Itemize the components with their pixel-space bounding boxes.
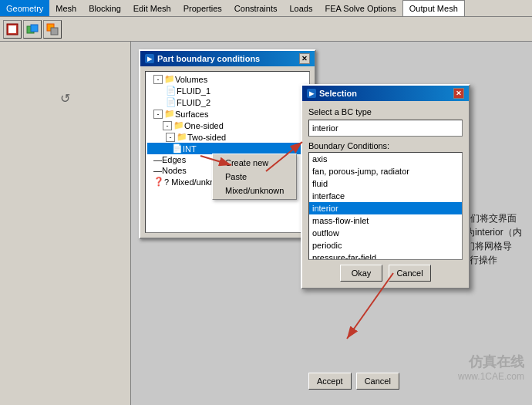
sel-item-interface[interactable]: interface (309, 190, 462, 202)
sel-prompt: Select a BC type (308, 107, 463, 116)
selection-dialog: ▶ Selection ✕ Select a BC type Boundary … (301, 84, 470, 289)
context-item-mixed[interactable]: Mixed/unknown (213, 184, 296, 197)
menu-constraints[interactable]: Constraints (228, 0, 284, 16)
folder-icon-onesided: 📁 (173, 120, 184, 130)
cancel-button-sel[interactable]: Cancel (389, 265, 431, 282)
file-icon-fluid1: 📄 (166, 86, 177, 96)
menu-loads[interactable]: Loads (283, 0, 318, 16)
toggle-onesided[interactable]: - (163, 121, 172, 130)
tree-node-surfaces[interactable]: - 📁 Surfaces (147, 108, 308, 120)
question-icon-mixed: ❓ (153, 177, 164, 187)
toolbar (0, 17, 532, 42)
tree-label-twosided: Two-sided (187, 133, 226, 142)
pbc-dialog-body: - 📁 Volumes 📄 FLUID_1 📄 FLUID_2 (140, 66, 315, 238)
svg-rect-3 (31, 25, 38, 32)
sel-buttons: Okay Cancel (308, 265, 463, 282)
menu-blocking[interactable]: Blocking (82, 0, 127, 16)
tree-node-onesided[interactable]: - 📁 One-sided (147, 120, 308, 131)
accept-button[interactable]: Accept (308, 373, 352, 390)
sel-item-pressure[interactable]: pressure-far-field (309, 251, 462, 260)
pbc-dialog: ▶ Part boundary conditions ✕ - 📁 Volumes (139, 49, 316, 239)
sel-dialog-title: Selection (319, 89, 357, 98)
sel-titlebar: ▶ Selection ✕ (302, 86, 469, 101)
cancel-button-main[interactable]: Cancel (356, 373, 399, 390)
sel-title-icon: ▶ (307, 89, 316, 98)
tree-label-fluid1: FLUID_1 (177, 86, 210, 96)
pbc-icon: ▶ (145, 54, 154, 63)
menu-geometry[interactable]: Geometry (0, 0, 49, 16)
folder-icon-surfaces: 📁 (164, 109, 175, 119)
tree-node-volumes[interactable]: - 📁 Volumes (147, 73, 308, 85)
toggle-surfaces[interactable]: - (153, 110, 163, 119)
bottom-buttons: Accept Cancel (308, 373, 399, 390)
toolbar-btn-2[interactable] (23, 20, 42, 39)
menu-mesh[interactable]: Mesh (49, 0, 82, 16)
svg-rect-1 (8, 25, 16, 33)
dash-icon-edges: — (153, 155, 162, 164)
pbc-dialog-title: Part boundary conditions (157, 54, 260, 63)
sel-item-axis[interactable]: axis (309, 153, 462, 165)
refresh-icon: ↺ (3, 91, 127, 106)
watermark-top: 仿真在线 (458, 353, 524, 371)
context-item-create[interactable]: Create new (213, 156, 296, 170)
tree-label-int: INT (183, 144, 197, 154)
svg-rect-5 (51, 28, 58, 35)
menu-properties[interactable]: Properties (177, 0, 228, 16)
toggle-volumes[interactable]: - (153, 75, 163, 84)
folder-icon-volumes: 📁 (164, 74, 175, 84)
sel-item-periodic[interactable]: periodic (309, 239, 462, 251)
sel-input[interactable] (308, 120, 463, 137)
pbc-tree[interactable]: - 📁 Volumes 📄 FLUID_1 📄 FLUID_2 (145, 71, 310, 233)
tree-label-fluid2: FLUID_2 (177, 98, 210, 107)
pbc-titlebar: ▶ Part boundary conditions ✕ (140, 51, 315, 66)
sel-body: Select a BC type Boundary Conditions: ax… (302, 101, 469, 288)
sel-item-fluid[interactable]: fluid (309, 177, 462, 190)
tree-node-fluid2[interactable]: 📄 FLUID_2 (147, 96, 308, 108)
sel-title-wrapper: ▶ Selection (307, 89, 357, 98)
watermark: 仿真在线 www.1CAE.com (458, 353, 524, 382)
file-icon-fluid2: 📄 (166, 97, 177, 107)
sel-list-label: Boundary Conditions: (308, 141, 463, 150)
context-item-paste[interactable]: Paste (213, 170, 296, 184)
tree-node-fluid1[interactable]: 📄 FLUID_1 (147, 85, 308, 96)
main-area: ↺ ▶ Part boundary conditions ✕ - 📁 (0, 42, 532, 405)
sel-item-massflow[interactable]: mass-flow-inlet (309, 214, 462, 227)
tree-node-twosided[interactable]: - 📁 Two-sided (147, 131, 308, 143)
pbc-close-btn[interactable]: ✕ (299, 53, 310, 64)
menubar: Geometry Mesh Blocking Edit Mesh Propert… (0, 0, 532, 17)
sel-close-btn[interactable]: ✕ (453, 88, 464, 99)
tree-label-volumes: Volumes (175, 75, 207, 84)
work-area: ▶ Part boundary conditions ✕ - 📁 Volumes (131, 42, 532, 405)
pbc-title-icon: ▶ Part boundary conditions (145, 54, 260, 63)
menu-feasolve[interactable]: FEA Solve Options (318, 0, 402, 16)
watermark-bottom: www.1CAE.com (458, 371, 524, 382)
tree-label-surfaces: Surfaces (175, 110, 208, 119)
sel-item-fan[interactable]: fan, porous-jump, radiator (309, 165, 462, 177)
sel-item-interior[interactable]: interior (309, 202, 462, 214)
okay-button[interactable]: Okay (340, 265, 382, 282)
dash-icon-nodes: — (153, 166, 162, 175)
tree-node-int[interactable]: 📄 INT (147, 143, 308, 154)
tree-label-nodes: Nodes (162, 166, 187, 175)
sel-item-outflow[interactable]: outflow (309, 227, 462, 239)
tree-label-onesided: One-sided (184, 121, 224, 130)
sel-list[interactable]: axis fan, porous-jump, radiator fluid in… (308, 152, 463, 260)
left-panel: ↺ (0, 42, 131, 405)
toggle-twosided[interactable]: - (166, 133, 175, 142)
toolbar-btn-3[interactable] (43, 20, 62, 39)
tree-label-edges: Edges (162, 155, 186, 164)
menu-outputmesh[interactable]: Output Mesh (402, 0, 465, 16)
menu-editmesh[interactable]: Edit Mesh (127, 0, 177, 16)
folder-icon-twosided: 📁 (177, 132, 187, 142)
context-menu: Create new Paste Mixed/unknown (212, 154, 297, 200)
toolbar-btn-1[interactable] (3, 20, 22, 39)
file-icon-int: 📄 (172, 143, 183, 154)
